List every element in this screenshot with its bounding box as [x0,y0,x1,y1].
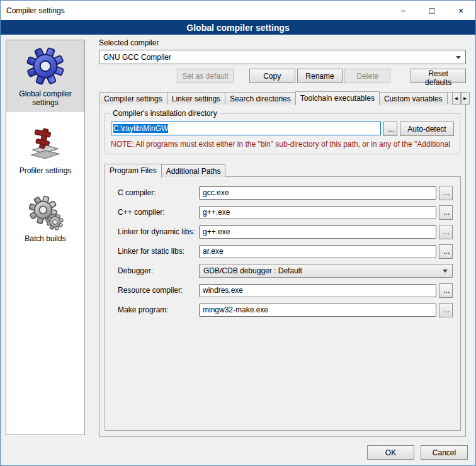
minimize-button[interactable]: − [388,1,417,20]
resource-compiler-input[interactable] [199,284,436,297]
main-content: Selected compiler GNU GCC Compiler Set a… [93,36,470,437]
c-compiler-input[interactable] [199,186,436,200]
cancel-button[interactable]: Cancel [421,445,468,460]
static-linker-label: Linker for static libs: [118,247,199,256]
make-program-label: Make program: [118,305,199,314]
tab-linker-settings[interactable]: Linker settings [167,92,225,105]
cpp-compiler-input[interactable] [199,206,436,219]
sidebar-item-batch-builds[interactable]: Batch builds [6,188,84,248]
toolchain-executables-panel: Compiler's installation directory C:\ray… [99,104,466,437]
make-program-input[interactable] [199,304,436,317]
dynamic-linker-browse-button[interactable]: ... [439,225,453,239]
c-compiler-row: C compiler: ... [118,186,453,200]
program-files-panel: C compiler: ... C++ compiler: ... Linker… [105,176,461,431]
installation-directory-row: C:\raylib\MinGW ... Auto-detect [111,122,454,136]
sidebar-item-global-compiler-settings[interactable]: Global compiler settings [6,40,84,112]
dynamic-linker-row: Linker for dynamic libs: ... [118,225,453,239]
tab-scroll-left-icon[interactable]: ◄ [452,92,461,105]
set-as-default-button[interactable]: Set as default [177,69,234,83]
window-controls: − □ × [388,1,475,20]
installation-directory-title: Compiler's installation directory [110,109,220,118]
blue-gear-icon [26,47,65,86]
sidebar-item-label: Global compiler settings [8,89,83,107]
cpp-compiler-browse-button[interactable]: ... [439,205,453,220]
window-title: Compiler settings [6,6,65,15]
tab-search-directories[interactable]: Search directories [225,92,296,105]
installation-directory-input[interactable]: C:\raylib\MinGW [111,122,381,135]
dynamic-linker-input[interactable] [199,225,436,239]
sidebar-item-label: Profiler settings [20,166,72,175]
cpp-compiler-row: C++ compiler: ... [118,205,453,219]
page-title: Global compiler settings [1,20,475,35]
debugger-value: GDB/CDB debugger : Default [203,266,302,275]
delete-button[interactable]: Delete [344,69,390,83]
profiler-tool-icon [27,126,64,162]
close-button[interactable]: × [446,1,475,20]
rename-button[interactable]: Rename [297,69,343,83]
chevron-down-icon [443,270,448,273]
browse-directory-button[interactable]: ... [383,122,397,136]
compiler-settings-window: Compiler settings − □ × Global compiler … [0,0,476,466]
tab-scroll-right-icon[interactable]: ► [461,92,470,105]
selected-compiler-value: GNU GCC Compiler [103,53,171,62]
c-compiler-label: C compiler: [118,188,199,197]
dynamic-linker-label: Linker for dynamic libs: [118,227,199,236]
settings-category-list: Global compiler settings Profiler settin… [6,40,85,435]
tab-program-files[interactable]: Program Files [105,164,162,178]
debugger-label: Debugger: [118,266,199,275]
static-linker-input[interactable] [199,245,436,258]
make-program-row: Make program: ... [118,303,453,317]
selected-compiler-dropdown[interactable]: GNU GCC Compiler [99,50,466,64]
static-linker-row: Linker for static libs: ... [118,244,453,258]
tab-compiler-settings[interactable]: Compiler settings [99,92,167,105]
dialog-body: Global compiler settings Profiler settin… [1,35,475,465]
resource-compiler-row: Resource compiler: ... [118,283,453,297]
tab-additional-paths[interactable]: Additional Paths [161,164,226,177]
maximize-button[interactable]: □ [417,1,446,20]
titlebar: Compiler settings − □ × [1,1,475,20]
tab-scroll-buttons: ◄ ► [452,92,470,105]
selected-compiler-label: Selected compiler [99,38,470,47]
installation-directory-groupbox: Compiler's installation directory C:\ray… [105,113,460,154]
debugger-dropdown[interactable]: GDB/CDB debugger : Default [199,264,453,278]
compiler-actions: Set as default Copy Rename Delete Reset … [99,69,466,83]
tab-custom-variables[interactable]: Custom variables [379,92,448,105]
installation-directory-value: C:\raylib\MinGW [113,124,168,133]
copy-button[interactable]: Copy [249,69,295,83]
sidebar-item-profiler-settings[interactable]: Profiler settings [6,120,84,180]
resource-compiler-label: Resource compiler: [118,286,199,295]
resource-compiler-browse-button[interactable]: ... [439,283,453,298]
auto-detect-button[interactable]: Auto-detect [400,122,454,136]
bin-subdirectory-note: NOTE: All programs must exist either in … [111,140,454,149]
c-compiler-browse-button[interactable]: ... [439,186,453,200]
program-tabs: Program Files Additional Paths [105,163,461,177]
gray-gears-icon [27,194,64,230]
chevron-down-icon [456,56,461,59]
ok-button[interactable]: OK [367,445,414,460]
tab-toolchain-executables[interactable]: Toolchain executables [295,91,380,105]
make-program-browse-button[interactable]: ... [439,303,453,317]
sidebar-item-label: Batch builds [25,234,65,243]
settings-tabs: Compiler settings Linker settings Search… [99,91,466,105]
static-linker-browse-button[interactable]: ... [439,244,453,259]
debugger-row: Debugger: GDB/CDB debugger : Default [118,264,453,278]
reset-defaults-button[interactable]: Reset defaults [411,69,466,83]
cpp-compiler-label: C++ compiler: [118,208,199,217]
